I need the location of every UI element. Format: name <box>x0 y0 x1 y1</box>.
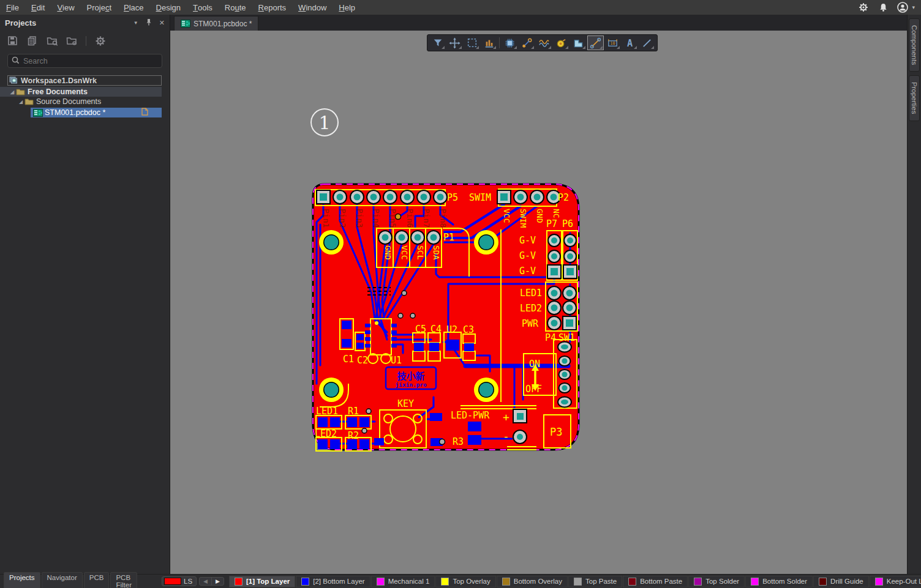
ref-c2: C2 <box>357 355 368 366</box>
user-account-icon[interactable] <box>897 2 908 13</box>
search-input[interactable] <box>23 57 146 65</box>
layer-tab-bottom-overlay[interactable]: Bottom Overlay <box>497 576 568 587</box>
menu-view[interactable]: View <box>51 0 80 15</box>
explore-folder-icon[interactable] <box>47 35 58 47</box>
ref-p2: P2 <box>558 192 569 203</box>
menu-tools[interactable]: Tools <box>187 0 219 15</box>
svg-text:Pin6: Pin6 <box>405 209 415 228</box>
text-tool-icon[interactable]: A <box>622 35 638 50</box>
folder-settings-icon[interactable] <box>66 35 77 47</box>
menu-project[interactable]: Project <box>81 0 118 15</box>
interactive-route-tool-icon[interactable] <box>519 35 535 50</box>
copy-documents-icon[interactable] <box>27 35 38 47</box>
label-gv-3: G-V <box>519 266 536 277</box>
ref-sw1: SW1 <box>558 332 575 343</box>
layer-swatch <box>819 578 827 586</box>
user-caret-icon[interactable]: ▾ <box>912 4 915 10</box>
scroll-right-icon[interactable]: ▶ <box>211 578 224 585</box>
layer-tab-top-overlay[interactable]: Top Overlay <box>435 576 495 587</box>
svg-text:VCC: VCC <box>400 245 409 259</box>
layer-tab-bottom-paste[interactable]: Bottom Paste <box>623 576 688 587</box>
notifications-bell-icon[interactable] <box>878 2 889 13</box>
panel-dropdown-icon[interactable]: ▼ <box>133 20 138 26</box>
scroll-left-icon[interactable]: ◀ <box>200 578 211 585</box>
layer-set-label: LS <box>184 578 192 585</box>
polygon-pour-tool-icon[interactable] <box>570 35 587 50</box>
layer-label: Bottom Solder <box>762 578 807 585</box>
menu-reports[interactable]: Reports <box>252 0 293 15</box>
menu-design[interactable]: Design <box>150 0 187 15</box>
layer-label: Mechanical 1 <box>388 578 430 585</box>
component-tool-icon[interactable] <box>502 35 518 50</box>
layer-tab-drill-guide[interactable]: Drill Guide <box>813 576 869 587</box>
ref-r1: R1 <box>348 406 359 417</box>
layer-tab-keep-out[interactable]: Keep-Out Layer <box>870 576 921 587</box>
menu-help[interactable]: Help <box>333 0 361 15</box>
pcb-board[interactable]: 技小新 jixin.pro P5 SWIM P2 P1 P7 P6 G-V G-… <box>311 182 582 453</box>
svg-text:Pin8: Pin8 <box>438 209 448 228</box>
layer-set-swatch <box>164 578 181 585</box>
tree-free-documents[interactable]: ◢ Free Documents <box>0 87 162 97</box>
label-led1-right: LED1 <box>520 288 542 299</box>
search-icon <box>12 56 20 67</box>
measure-tool-icon[interactable] <box>587 35 604 50</box>
panel-pin-icon[interactable] <box>146 18 152 27</box>
panel-close-icon[interactable]: ✕ <box>159 19 165 27</box>
menu-place[interactable]: Place <box>118 0 150 15</box>
tab-properties[interactable]: Properties <box>909 75 920 121</box>
projects-panel-title: Projects <box>5 18 36 28</box>
ref-c1: C1 <box>343 354 354 365</box>
panel-tab-navigator[interactable]: Navigator <box>42 572 83 588</box>
label-minus: - <box>503 430 509 442</box>
settings-gear-icon[interactable] <box>858 2 869 13</box>
dimension-tool-icon[interactable]: 10 <box>604 35 621 50</box>
filter-tool-icon[interactable] <box>429 35 446 50</box>
menu-route[interactable]: Route <box>219 0 252 15</box>
tree-source-documents[interactable]: ◢ Source Documents <box>0 97 162 106</box>
panel-tab-pcb-filter[interactable]: PCB Filter <box>110 572 137 588</box>
document-tab-bar: STM001.pcbdoc * <box>170 15 907 31</box>
menu-window[interactable]: Window <box>292 0 333 15</box>
altium-designer-window: File Edit View Project Place Design Tool… <box>0 0 921 588</box>
svg-text:Pin3: Pin3 <box>355 209 364 228</box>
differential-pair-route-tool-icon[interactable] <box>536 35 552 50</box>
panel-tabs: Projects Navigator PCB PCB Filter <box>4 572 137 588</box>
layer-tab-mechanical-1[interactable]: Mechanical 1 <box>371 576 435 587</box>
menu-edit[interactable]: Edit <box>25 0 51 15</box>
pad-tool-icon[interactable] <box>481 35 497 50</box>
layer-tab-top-solder[interactable]: Top Solder <box>688 576 745 587</box>
layer-swatch <box>377 578 385 586</box>
svg-text:A: A <box>627 37 633 48</box>
modified-document-icon <box>141 108 148 117</box>
layer-tab-bottom-layer[interactable]: [2] Bottom Layer <box>296 576 370 587</box>
expand-arrow-icon[interactable]: ◢ <box>9 89 16 95</box>
active-bar-toolbar: 10 A <box>427 34 658 51</box>
panel-settings-gear-icon[interactable] <box>95 35 106 47</box>
tab-stm001-pcbdoc[interactable]: STM001.pcbdoc * <box>174 16 258 31</box>
projects-toolbar <box>0 31 170 51</box>
layer-tab-top-paste[interactable]: Top Paste <box>568 576 622 587</box>
layer-swatch <box>301 578 309 586</box>
select-area-tool-icon[interactable] <box>464 35 480 50</box>
tab-components[interactable]: Components <box>909 18 920 72</box>
workspace-label: Workspace1.DsnWrk <box>21 76 97 85</box>
via-tool-icon[interactable] <box>553 35 570 50</box>
layer-tab-bottom-solder[interactable]: Bottom Solder <box>745 576 813 587</box>
move-tool-icon[interactable] <box>446 35 463 50</box>
pcb-document-icon <box>33 109 42 117</box>
menubar: File Edit View Project Place Design Tool… <box>0 0 921 15</box>
source-documents-label: Source Documents <box>36 97 101 106</box>
tree-workspace[interactable]: Workspace1.DsnWrk <box>7 75 162 86</box>
panel-tab-pcb[interactable]: PCB <box>84 572 110 588</box>
expand-arrow-icon[interactable]: ◢ <box>17 99 24 105</box>
layer-tab-top-layer[interactable]: [1] Top Layer <box>229 576 295 587</box>
tree-document-stm001[interactable]: STM001.pcbdoc * <box>31 108 162 117</box>
panel-tab-projects[interactable]: Projects <box>4 572 40 588</box>
menu-file[interactable]: File <box>0 0 25 15</box>
ref-c5: C5 <box>415 324 426 335</box>
pcb-editor-canvas[interactable]: 10 A 1 <box>170 31 907 574</box>
layer-tabs: [1] Top Layer [2] Bottom Layer Mechanica… <box>229 576 921 587</box>
save-icon[interactable] <box>7 35 18 47</box>
line-tool-icon[interactable] <box>639 35 655 50</box>
layer-set-button[interactable]: LS <box>162 576 197 586</box>
